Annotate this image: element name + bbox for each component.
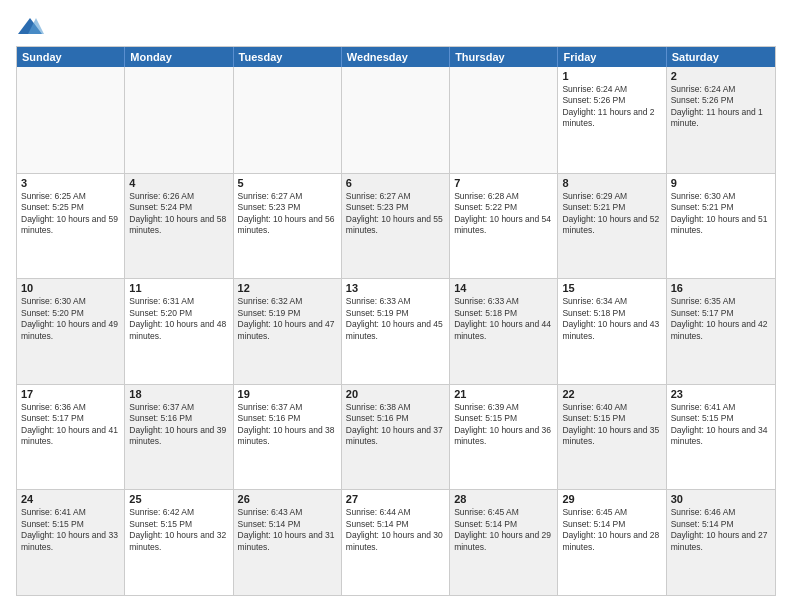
calendar-cell: 1Sunrise: 6:24 AM Sunset: 5:26 PM Daylig… (558, 67, 666, 173)
calendar-cell: 27Sunrise: 6:44 AM Sunset: 5:14 PM Dayli… (342, 490, 450, 595)
logo (16, 16, 48, 36)
day-number: 9 (671, 177, 771, 189)
header-day-friday: Friday (558, 47, 666, 67)
page: SundayMondayTuesdayWednesdayThursdayFrid… (0, 0, 792, 612)
header-day-thursday: Thursday (450, 47, 558, 67)
calendar-cell: 22Sunrise: 6:40 AM Sunset: 5:15 PM Dayli… (558, 385, 666, 490)
day-info: Sunrise: 6:33 AM Sunset: 5:18 PM Dayligh… (454, 296, 553, 342)
day-info: Sunrise: 6:26 AM Sunset: 5:24 PM Dayligh… (129, 191, 228, 237)
header-day-wednesday: Wednesday (342, 47, 450, 67)
day-info: Sunrise: 6:35 AM Sunset: 5:17 PM Dayligh… (671, 296, 771, 342)
day-number: 20 (346, 388, 445, 400)
calendar-cell: 17Sunrise: 6:36 AM Sunset: 5:17 PM Dayli… (17, 385, 125, 490)
day-number: 1 (562, 70, 661, 82)
day-info: Sunrise: 6:43 AM Sunset: 5:14 PM Dayligh… (238, 507, 337, 553)
day-number: 16 (671, 282, 771, 294)
day-number: 14 (454, 282, 553, 294)
day-info: Sunrise: 6:40 AM Sunset: 5:15 PM Dayligh… (562, 402, 661, 448)
day-number: 29 (562, 493, 661, 505)
calendar-header: SundayMondayTuesdayWednesdayThursdayFrid… (17, 47, 775, 67)
calendar-row-5: 24Sunrise: 6:41 AM Sunset: 5:15 PM Dayli… (17, 489, 775, 595)
calendar-row-1: 1Sunrise: 6:24 AM Sunset: 5:26 PM Daylig… (17, 67, 775, 173)
day-number: 3 (21, 177, 120, 189)
day-number: 27 (346, 493, 445, 505)
calendar-row-2: 3Sunrise: 6:25 AM Sunset: 5:25 PM Daylig… (17, 173, 775, 279)
header (16, 16, 776, 36)
calendar-cell: 8Sunrise: 6:29 AM Sunset: 5:21 PM Daylig… (558, 174, 666, 279)
day-number: 17 (21, 388, 120, 400)
calendar-cell (342, 67, 450, 173)
calendar-cell: 10Sunrise: 6:30 AM Sunset: 5:20 PM Dayli… (17, 279, 125, 384)
day-info: Sunrise: 6:33 AM Sunset: 5:19 PM Dayligh… (346, 296, 445, 342)
calendar-cell: 29Sunrise: 6:45 AM Sunset: 5:14 PM Dayli… (558, 490, 666, 595)
header-day-monday: Monday (125, 47, 233, 67)
day-number: 25 (129, 493, 228, 505)
header-day-tuesday: Tuesday (234, 47, 342, 67)
day-info: Sunrise: 6:39 AM Sunset: 5:15 PM Dayligh… (454, 402, 553, 448)
day-info: Sunrise: 6:30 AM Sunset: 5:20 PM Dayligh… (21, 296, 120, 342)
day-number: 11 (129, 282, 228, 294)
day-info: Sunrise: 6:30 AM Sunset: 5:21 PM Dayligh… (671, 191, 771, 237)
calendar-cell: 28Sunrise: 6:45 AM Sunset: 5:14 PM Dayli… (450, 490, 558, 595)
day-info: Sunrise: 6:27 AM Sunset: 5:23 PM Dayligh… (238, 191, 337, 237)
day-number: 2 (671, 70, 771, 82)
day-info: Sunrise: 6:36 AM Sunset: 5:17 PM Dayligh… (21, 402, 120, 448)
day-info: Sunrise: 6:28 AM Sunset: 5:22 PM Dayligh… (454, 191, 553, 237)
calendar-cell: 13Sunrise: 6:33 AM Sunset: 5:19 PM Dayli… (342, 279, 450, 384)
day-info: Sunrise: 6:24 AM Sunset: 5:26 PM Dayligh… (562, 84, 661, 130)
calendar-row-4: 17Sunrise: 6:36 AM Sunset: 5:17 PM Dayli… (17, 384, 775, 490)
day-number: 28 (454, 493, 553, 505)
day-info: Sunrise: 6:37 AM Sunset: 5:16 PM Dayligh… (129, 402, 228, 448)
calendar: SundayMondayTuesdayWednesdayThursdayFrid… (16, 46, 776, 596)
header-day-sunday: Sunday (17, 47, 125, 67)
calendar-cell: 20Sunrise: 6:38 AM Sunset: 5:16 PM Dayli… (342, 385, 450, 490)
calendar-row-3: 10Sunrise: 6:30 AM Sunset: 5:20 PM Dayli… (17, 278, 775, 384)
day-info: Sunrise: 6:41 AM Sunset: 5:15 PM Dayligh… (21, 507, 120, 553)
day-info: Sunrise: 6:25 AM Sunset: 5:25 PM Dayligh… (21, 191, 120, 237)
day-info: Sunrise: 6:44 AM Sunset: 5:14 PM Dayligh… (346, 507, 445, 553)
day-info: Sunrise: 6:29 AM Sunset: 5:21 PM Dayligh… (562, 191, 661, 237)
day-info: Sunrise: 6:45 AM Sunset: 5:14 PM Dayligh… (454, 507, 553, 553)
calendar-cell: 2Sunrise: 6:24 AM Sunset: 5:26 PM Daylig… (667, 67, 775, 173)
calendar-cell: 21Sunrise: 6:39 AM Sunset: 5:15 PM Dayli… (450, 385, 558, 490)
day-info: Sunrise: 6:27 AM Sunset: 5:23 PM Dayligh… (346, 191, 445, 237)
day-info: Sunrise: 6:32 AM Sunset: 5:19 PM Dayligh… (238, 296, 337, 342)
calendar-cell: 3Sunrise: 6:25 AM Sunset: 5:25 PM Daylig… (17, 174, 125, 279)
calendar-cell (234, 67, 342, 173)
calendar-cell: 16Sunrise: 6:35 AM Sunset: 5:17 PM Dayli… (667, 279, 775, 384)
day-info: Sunrise: 6:45 AM Sunset: 5:14 PM Dayligh… (562, 507, 661, 553)
calendar-cell: 23Sunrise: 6:41 AM Sunset: 5:15 PM Dayli… (667, 385, 775, 490)
calendar-cell: 24Sunrise: 6:41 AM Sunset: 5:15 PM Dayli… (17, 490, 125, 595)
day-number: 6 (346, 177, 445, 189)
calendar-cell (450, 67, 558, 173)
day-number: 19 (238, 388, 337, 400)
day-number: 10 (21, 282, 120, 294)
calendar-body: 1Sunrise: 6:24 AM Sunset: 5:26 PM Daylig… (17, 67, 775, 595)
calendar-cell: 26Sunrise: 6:43 AM Sunset: 5:14 PM Dayli… (234, 490, 342, 595)
calendar-cell: 25Sunrise: 6:42 AM Sunset: 5:15 PM Dayli… (125, 490, 233, 595)
calendar-cell: 18Sunrise: 6:37 AM Sunset: 5:16 PM Dayli… (125, 385, 233, 490)
day-number: 13 (346, 282, 445, 294)
day-number: 22 (562, 388, 661, 400)
calendar-cell: 19Sunrise: 6:37 AM Sunset: 5:16 PM Dayli… (234, 385, 342, 490)
day-info: Sunrise: 6:37 AM Sunset: 5:16 PM Dayligh… (238, 402, 337, 448)
day-number: 26 (238, 493, 337, 505)
calendar-cell: 7Sunrise: 6:28 AM Sunset: 5:22 PM Daylig… (450, 174, 558, 279)
day-number: 21 (454, 388, 553, 400)
day-info: Sunrise: 6:24 AM Sunset: 5:26 PM Dayligh… (671, 84, 771, 130)
calendar-cell: 4Sunrise: 6:26 AM Sunset: 5:24 PM Daylig… (125, 174, 233, 279)
day-number: 8 (562, 177, 661, 189)
calendar-cell (17, 67, 125, 173)
calendar-cell: 30Sunrise: 6:46 AM Sunset: 5:14 PM Dayli… (667, 490, 775, 595)
day-number: 23 (671, 388, 771, 400)
day-number: 12 (238, 282, 337, 294)
calendar-cell: 12Sunrise: 6:32 AM Sunset: 5:19 PM Dayli… (234, 279, 342, 384)
calendar-cell: 11Sunrise: 6:31 AM Sunset: 5:20 PM Dayli… (125, 279, 233, 384)
day-number: 24 (21, 493, 120, 505)
day-info: Sunrise: 6:31 AM Sunset: 5:20 PM Dayligh… (129, 296, 228, 342)
day-number: 30 (671, 493, 771, 505)
calendar-cell: 15Sunrise: 6:34 AM Sunset: 5:18 PM Dayli… (558, 279, 666, 384)
day-info: Sunrise: 6:41 AM Sunset: 5:15 PM Dayligh… (671, 402, 771, 448)
logo-icon (16, 16, 44, 36)
calendar-cell: 9Sunrise: 6:30 AM Sunset: 5:21 PM Daylig… (667, 174, 775, 279)
